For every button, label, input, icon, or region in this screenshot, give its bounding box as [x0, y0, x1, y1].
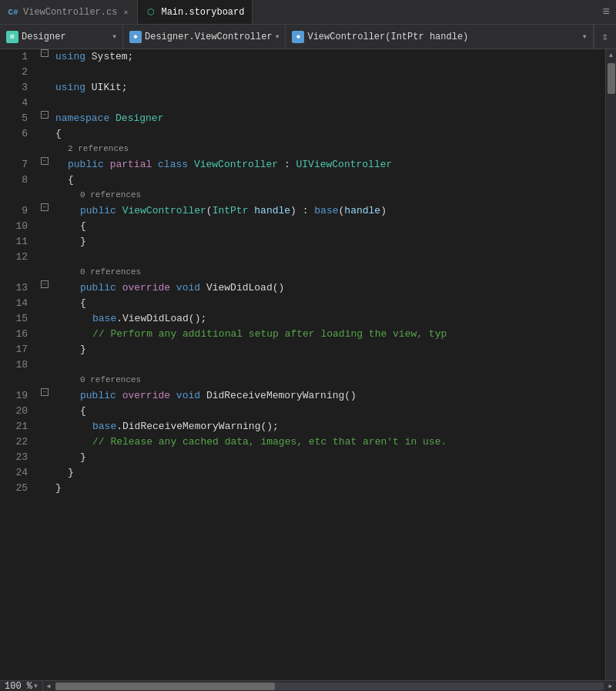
toolbar: ⊞ Designer ▼ ◆ Designer.ViewController ▼…: [0, 25, 616, 49]
gutter: −: [37, 203, 52, 211]
punct-token: ): [380, 205, 387, 216]
editor-container: 1−using System;23using UIKit;45−namespac…: [0, 49, 616, 680]
line-number: 23: [0, 450, 37, 465]
horizontal-scrollbar[interactable]: 100 % ▼ ◀ ▶: [0, 680, 616, 691]
type-token: ViewController: [122, 205, 206, 216]
line-number: 21: [0, 419, 37, 434]
vertical-scrollbar[interactable]: ▲: [605, 49, 616, 680]
param-type-token: IntPtr: [213, 205, 249, 216]
kw-token: public: [68, 159, 104, 170]
collapse-button[interactable]: −: [41, 280, 49, 288]
line-number: 14: [0, 296, 37, 311]
scroll-left-button[interactable]: ◀: [43, 681, 54, 692]
line-content: }: [52, 481, 605, 496]
code-line: 12: [0, 250, 605, 265]
line-content: }: [52, 342, 605, 357]
line-content: base.DidReceiveMemoryWarning();: [52, 419, 605, 434]
code-line: 13−public override void ViewDidLoad(): [0, 280, 605, 296]
gutter: −: [37, 49, 52, 57]
adjust-button[interactable]: ⇕: [594, 25, 616, 49]
hscroll-thumb[interactable]: [55, 683, 275, 690]
zoom-control[interactable]: 100 % ▼: [0, 681, 43, 692]
storyboard-file-icon: ⬡: [146, 7, 156, 18]
punct-token: }: [80, 344, 86, 355]
code-line: 3using UIKit;: [0, 80, 605, 96]
scroll-up-button[interactable]: ▲: [606, 49, 617, 60]
kw-token: base: [314, 205, 338, 216]
designer-icon: ⊞: [6, 31, 18, 43]
method-dropdown[interactable]: ◆ ViewController(IntPtr handle) ▼: [286, 25, 593, 49]
ident-token: System;: [85, 51, 133, 62]
collapse-button[interactable]: −: [41, 49, 49, 57]
tab-close-vc[interactable]: ✕: [122, 6, 129, 18]
code-line: 4: [0, 96, 605, 111]
ident-token: .DidReceiveMemoryWarning();: [116, 421, 279, 432]
ref-hint: 0 references: [52, 188, 605, 202]
method-chevron: ▼: [583, 33, 587, 40]
zoom-chevron: ▼: [34, 683, 38, 689]
ref-hint: 2 references: [52, 142, 605, 156]
code-lines[interactable]: 1−using System;23using UIKit;45−namespac…: [0, 49, 605, 680]
method-label: ViewController(IntPtr handle): [307, 32, 468, 42]
tab-label-storyboard: Main.storyboard: [161, 7, 244, 18]
code-line: 15base.ViewDidLoad();: [0, 311, 605, 327]
line-number: 7: [0, 157, 37, 173]
line-number: 24: [0, 465, 37, 481]
gutter: −: [37, 280, 52, 288]
code-line: 0 references: [0, 188, 605, 203]
line-number: 8: [0, 173, 37, 188]
punct-token: ): [290, 205, 296, 216]
ident-token: [109, 112, 116, 124]
gutter: −: [37, 388, 52, 396]
line-content: {: [52, 296, 605, 311]
ident-token: DidReceiveMemoryWarning(): [200, 390, 357, 401]
tab-viewcontrollercs[interactable]: C# ViewController.cs ✕: [0, 0, 138, 24]
code-line: 16// Perform any additional setup after …: [0, 327, 605, 342]
ident-token: [116, 390, 122, 401]
code-line: 25}: [0, 481, 605, 496]
viewcontroller-dropdown[interactable]: ◆ Designer.ViewController ▼: [123, 25, 286, 49]
ref-hint: 0 references: [52, 265, 605, 279]
line-content: namespace Designer: [52, 111, 605, 126]
collapse-button[interactable]: −: [41, 157, 49, 165]
line-content: }: [52, 234, 605, 250]
collapse-button[interactable]: −: [41, 203, 49, 211]
line-content: public override void ViewDidLoad(): [52, 280, 605, 296]
line-content: // Release any cached data, images, etc …: [52, 434, 605, 450]
tab-mainstoryboard[interactable]: ⬡ Main.storyboard: [138, 0, 253, 24]
ident-token: [116, 282, 122, 294]
designer-dropdown[interactable]: ⊞ Designer ▼: [0, 25, 123, 49]
ident-token: UIKit;: [85, 82, 128, 93]
line-number: 20: [0, 404, 37, 419]
line-content: public ViewController(IntPtr handle) : b…: [52, 203, 605, 219]
gutter: −: [37, 157, 52, 165]
line-number: 6: [0, 126, 37, 142]
collapse-button[interactable]: −: [41, 388, 49, 396]
punct-token: {: [80, 297, 86, 309]
punct-token: {: [80, 405, 86, 417]
type-token: ViewController: [194, 159, 278, 170]
line-number: 5: [0, 111, 37, 126]
collapse-button[interactable]: −: [41, 111, 49, 119]
line-content: using UIKit;: [52, 80, 605, 96]
code-line: 1−using System;: [0, 49, 605, 65]
scroll-right-button[interactable]: ▶: [605, 681, 616, 692]
line-content: {: [52, 219, 605, 234]
code-line: 21base.DidReceiveMemoryWarning();: [0, 419, 605, 434]
ident-token: [170, 390, 176, 401]
viewcontroller-label: Designer.ViewController: [145, 32, 273, 42]
ident-token: ViewDidLoad(): [200, 282, 284, 294]
punct-token: }: [80, 236, 86, 247]
code-line: 11}: [0, 234, 605, 250]
line-content: }: [52, 450, 605, 465]
line-number: 4: [0, 96, 37, 111]
kw-token: public: [80, 205, 116, 216]
param-name-token: handle: [344, 205, 380, 216]
line-number: 9: [0, 203, 37, 219]
line-number: 11: [0, 234, 37, 250]
scroll-thumb[interactable]: [608, 63, 615, 94]
code-line: 9−public ViewController(IntPtr handle) :…: [0, 203, 605, 219]
ident-token: :: [278, 159, 296, 170]
code-line: 6{: [0, 126, 605, 142]
menu-icon[interactable]: ≡: [602, 5, 616, 19]
